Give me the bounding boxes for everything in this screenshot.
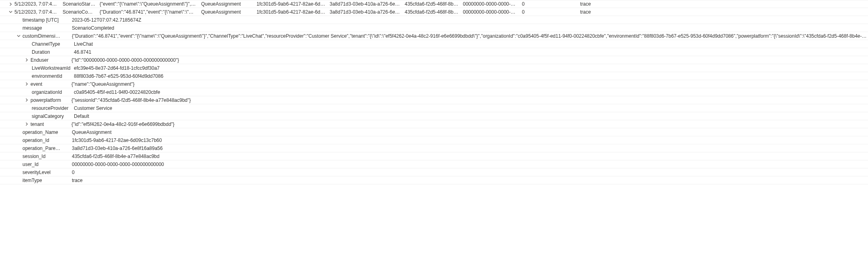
cell-opname: QueueAssignment [201,9,257,15]
detail-key: operation_ParentId [22,146,65,151]
detail-value: efc39e45-8e37-2d64-fd18-1cfcc9df30a7 [74,65,868,71]
detail-row: message ScenarioCompleted [0,24,868,32]
detail-value: 88f803d6-7b67-e525-953d-60f4d9dd7086 [74,73,868,79]
detail-row: ChannelType LiveChat [0,40,868,48]
detail-key: ChannelType [32,41,74,47]
cell-opid: 1fc301d5-9ab6-4217-82ae-6d09c13c7b60 [257,9,330,15]
detail-row: operation_Id 1fc301d5-9ab6-4217-82ae-6d0… [0,136,868,144]
detail-key: signalCategory [32,113,74,119]
detail-key: operation_Name [22,129,65,135]
detail-row: Duration 46.8741 [0,48,868,56]
detail-row[interactable]: Enduser {"Id":"00000000-0000-0000-0000-0… [0,56,868,64]
detail-key: Enduser [31,57,71,63]
chevron-right-icon[interactable] [6,2,14,6]
detail-key: user_Id [22,162,65,167]
cell-sessionid: 435cfda6-f2d5-468f-8b4e-a77... [405,1,463,7]
detail-value: {"id":"ef5f4262-0e4a-48c2-916f-e6e6699bd… [71,121,868,127]
detail-key: severityLevel [22,170,65,175]
detail-value: 1fc301d5-9ab6-4217-82ae-6d09c13c7b60 [65,138,868,143]
detail-row: severityLevel 0 [0,168,868,176]
detail-key: operation_Id [22,138,65,143]
detail-key: organizationId [32,89,74,95]
detail-row[interactable]: event {"name":"QueueAssignment"} [0,80,868,88]
chevron-right-icon[interactable] [22,122,31,126]
detail-value: Default [74,113,868,119]
detail-value: {"name":"QueueAssignment"} [71,81,868,87]
cell-severity: 0 [522,1,580,7]
detail-value: {"sessionId":"435cfda6-f2d5-468f-8b4e-a7… [71,97,868,103]
detail-value: ScenarioCompleted [65,25,868,31]
detail-row[interactable]: tenant {"id":"ef5f4262-0e4a-48c2-916f-e6… [0,120,868,128]
detail-key: customDimensions [22,33,65,39]
detail-value: {"Id":"00000000-0000-0000-0000-000000000… [71,57,868,63]
detail-key: event [31,81,71,87]
chevron-right-icon[interactable] [22,98,31,102]
detail-row[interactable]: powerplatform {"sessionId":"435cfda6-f2d… [0,96,868,104]
detail-value: 0 [65,170,868,175]
cell-event: {"Duration":"46.8741","event":"{\"name\"… [100,9,201,15]
detail-value: 00000000-0000-0000-0000-000000000000 [65,162,868,167]
cell-userid: 00000000-0000-0000-0000-00... [463,1,522,7]
detail-row: operation_ParentId 3a8d71d3-03eb-410a-a7… [0,144,868,152]
cell-opname: QueueAssignment [201,1,257,7]
detail-value: QueueAssignment [65,129,868,135]
detail-value: Customer Service [74,105,868,111]
cell-event: {"event":"{\"name\":\"QueueAssignment\"}… [100,1,201,7]
cell-itemtype: trace [580,1,612,7]
cell-parentid: 3a8d71d3-03eb-410a-a726-6e8f16a89a56 [330,9,405,15]
chevron-down-icon[interactable] [6,10,14,14]
detail-row: signalCategory Default [0,112,868,120]
detail-value: 435cfda6-f2d5-468f-8b4e-a77e848ac9bd [65,154,868,159]
cell-userid: 00000000-0000-0000-0000-00... [463,9,522,15]
detail-value: 3a8d71d3-03eb-410a-a726-6e8f16a89a56 [65,146,868,151]
detail-row: organizationId c0a95405-4f5f-ed11-94f0-0… [0,88,868,96]
chevron-down-icon[interactable] [14,34,22,38]
detail-row: LiveWorkstreamId efc39e45-8e37-2d64-fd18… [0,64,868,72]
detail-row: operation_Name QueueAssignment [0,128,868,136]
detail-row: session_Id 435cfda6-f2d5-468f-8b4e-a77e8… [0,152,868,160]
detail-row: timestamp [UTC] 2023-05-12T07:07:42.7185… [0,16,868,24]
cell-message: ScenarioStarted [63,1,100,7]
detail-key: Duration [32,49,74,55]
table-row[interactable]: 5/12/2023, 7:07:42.671 AM ScenarioStarte… [0,0,868,8]
detail-row[interactable]: customDimensions {"Duration":"46.8741","… [0,32,868,40]
detail-key: itemType [22,178,65,183]
detail-key: resourceProvider [32,105,74,111]
cell-message: ScenarioCompleted [63,9,100,15]
cell-timestamp: 5/12/2023, 7:07:42.718 A... [14,9,63,15]
cell-opid: 1fc301d5-9ab6-4217-82ae-6d09c13c7b60 [257,1,330,7]
detail-row: environmentId 88f803d6-7b67-e525-953d-60… [0,72,868,80]
detail-value: 46.8741 [74,49,868,55]
cell-timestamp: 5/12/2023, 7:07:42.671 AM [14,1,63,7]
cell-parentid: 3a8d71d3-03eb-410a-a726-6e8f16a89a56 [330,1,405,7]
table-row[interactable]: 5/12/2023, 7:07:42.718 A... ScenarioComp… [0,8,868,16]
cell-sessionid: 435cfda6-f2d5-468f-8b4e-a77... [405,9,463,15]
detail-row: user_Id 00000000-0000-0000-0000-00000000… [0,160,868,168]
detail-key: tenant [31,121,71,127]
detail-value: c0a95405-4f5f-ed11-94f0-00224820cbfe [74,89,868,95]
detail-row: itemType trace [0,176,868,184]
chevron-right-icon[interactable] [22,58,31,62]
detail-value: 2023-05-12T07:07:42.7185674Z [65,17,868,23]
detail-key: timestamp [UTC] [22,17,65,23]
detail-key: session_Id [22,154,65,159]
detail-value: LiveChat [74,41,868,47]
cell-itemtype: trace [580,9,612,15]
detail-key: message [22,25,65,31]
cell-severity: 0 [522,9,580,15]
detail-value: trace [65,178,868,183]
chevron-right-icon[interactable] [22,82,31,86]
detail-key: powerplatform [31,97,71,103]
detail-value: {"Duration":"46.8741","event":"{\"name\"… [65,33,868,39]
detail-row: resourceProvider Customer Service [0,104,868,112]
detail-key: environmentId [32,73,74,79]
detail-key: LiveWorkstreamId [32,65,74,71]
